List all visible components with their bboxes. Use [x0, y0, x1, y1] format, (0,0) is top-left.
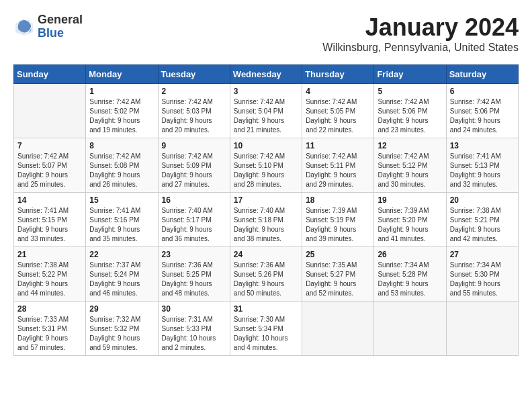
calendar-cell: 28Sunrise: 7:33 AM Sunset: 5:31 PM Dayli… — [14, 302, 86, 356]
calendar-cell: 30Sunrise: 7:31 AM Sunset: 5:33 PM Dayli… — [158, 302, 230, 356]
day-info: Sunrise: 7:39 AM Sunset: 5:20 PM Dayligh… — [378, 206, 442, 244]
day-number: 18 — [306, 195, 370, 205]
day-info: Sunrise: 7:42 AM Sunset: 5:11 PM Dayligh… — [306, 152, 370, 189]
calendar-cell: 3Sunrise: 7:42 AM Sunset: 5:04 PM Daylig… — [230, 84, 302, 138]
logo-blue: Blue — [38, 27, 83, 40]
day-number: 11 — [306, 141, 370, 150]
calendar-cell: 10Sunrise: 7:42 AM Sunset: 5:10 PM Dayli… — [230, 138, 302, 193]
week-row-0: 1Sunrise: 7:42 AM Sunset: 5:02 PM Daylig… — [14, 84, 519, 138]
day-number: 31 — [234, 304, 298, 314]
day-info: Sunrise: 7:34 AM Sunset: 5:30 PM Dayligh… — [450, 261, 515, 298]
calendar-cell: 19Sunrise: 7:39 AM Sunset: 5:20 PM Dayli… — [374, 193, 446, 247]
logo-general: General — [38, 13, 83, 27]
weekday-header-tuesday: Tuesday — [158, 65, 230, 84]
day-info: Sunrise: 7:36 AM Sunset: 5:25 PM Dayligh… — [162, 261, 226, 298]
logo: General Blue — [13, 13, 83, 40]
weekday-header-monday: Monday — [86, 65, 158, 84]
day-info: Sunrise: 7:42 AM Sunset: 5:09 PM Dayligh… — [162, 152, 226, 189]
calendar-cell: 16Sunrise: 7:40 AM Sunset: 5:17 PM Dayli… — [158, 193, 230, 247]
logo-icon — [13, 16, 35, 38]
calendar-cell: 18Sunrise: 7:39 AM Sunset: 5:19 PM Dayli… — [302, 193, 374, 247]
calendar-cell: 31Sunrise: 7:30 AM Sunset: 5:34 PM Dayli… — [230, 302, 302, 356]
day-info: Sunrise: 7:40 AM Sunset: 5:18 PM Dayligh… — [234, 206, 298, 244]
day-number: 19 — [378, 195, 442, 205]
weekday-header-friday: Friday — [374, 65, 446, 84]
calendar-cell: 1Sunrise: 7:42 AM Sunset: 5:02 PM Daylig… — [86, 84, 158, 138]
day-number: 3 — [234, 87, 298, 96]
day-number: 29 — [89, 304, 154, 314]
day-info: Sunrise: 7:34 AM Sunset: 5:28 PM Dayligh… — [378, 261, 442, 298]
day-number: 2 — [162, 87, 226, 96]
calendar-cell — [374, 302, 446, 356]
day-number: 1 — [89, 87, 154, 96]
calendar-cell: 5Sunrise: 7:42 AM Sunset: 5:06 PM Daylig… — [374, 84, 446, 138]
day-info: Sunrise: 7:32 AM Sunset: 5:32 PM Dayligh… — [89, 315, 154, 353]
day-number: 24 — [234, 250, 298, 259]
day-info: Sunrise: 7:42 AM Sunset: 5:08 PM Dayligh… — [89, 152, 154, 189]
day-info: Sunrise: 7:38 AM Sunset: 5:21 PM Dayligh… — [450, 206, 515, 244]
day-number: 27 — [450, 250, 515, 259]
calendar-header: SundayMondayTuesdayWednesdayThursdayFrid… — [14, 65, 519, 84]
day-number: 21 — [17, 250, 82, 259]
day-info: Sunrise: 7:42 AM Sunset: 5:06 PM Dayligh… — [378, 97, 442, 135]
calendar-cell: 8Sunrise: 7:42 AM Sunset: 5:08 PM Daylig… — [86, 138, 158, 193]
day-number: 8 — [89, 141, 154, 150]
day-info: Sunrise: 7:41 AM Sunset: 5:15 PM Dayligh… — [17, 206, 82, 244]
calendar-cell — [302, 302, 374, 356]
weekday-header-sunday: Sunday — [14, 65, 86, 84]
calendar-cell: 2Sunrise: 7:42 AM Sunset: 5:03 PM Daylig… — [158, 84, 230, 138]
week-row-1: 7Sunrise: 7:42 AM Sunset: 5:07 PM Daylig… — [14, 138, 519, 193]
weekday-header-thursday: Thursday — [302, 65, 374, 84]
day-number: 14 — [17, 195, 82, 205]
calendar-cell: 14Sunrise: 7:41 AM Sunset: 5:15 PM Dayli… — [14, 193, 86, 247]
calendar: SundayMondayTuesdayWednesdayThursdayFrid… — [13, 64, 519, 356]
day-info: Sunrise: 7:42 AM Sunset: 5:03 PM Dayligh… — [162, 97, 226, 135]
calendar-cell: 11Sunrise: 7:42 AM Sunset: 5:11 PM Dayli… — [302, 138, 374, 193]
day-number: 25 — [306, 250, 370, 259]
day-number: 28 — [17, 304, 82, 314]
day-number: 9 — [162, 141, 226, 150]
day-info: Sunrise: 7:38 AM Sunset: 5:22 PM Dayligh… — [17, 261, 82, 298]
day-number: 20 — [450, 195, 515, 205]
day-number: 15 — [89, 195, 154, 205]
day-info: Sunrise: 7:42 AM Sunset: 5:02 PM Dayligh… — [89, 97, 154, 135]
day-info: Sunrise: 7:41 AM Sunset: 5:16 PM Dayligh… — [89, 206, 154, 244]
calendar-cell: 6Sunrise: 7:42 AM Sunset: 5:06 PM Daylig… — [446, 84, 518, 138]
day-number: 4 — [306, 87, 370, 96]
calendar-cell: 29Sunrise: 7:32 AM Sunset: 5:32 PM Dayli… — [86, 302, 158, 356]
day-info: Sunrise: 7:40 AM Sunset: 5:17 PM Dayligh… — [162, 206, 226, 244]
calendar-cell: 9Sunrise: 7:42 AM Sunset: 5:09 PM Daylig… — [158, 138, 230, 193]
day-info: Sunrise: 7:42 AM Sunset: 5:12 PM Dayligh… — [378, 152, 442, 189]
calendar-cell: 23Sunrise: 7:36 AM Sunset: 5:25 PM Dayli… — [158, 247, 230, 302]
calendar-cell: 13Sunrise: 7:41 AM Sunset: 5:13 PM Dayli… — [446, 138, 518, 193]
week-row-3: 21Sunrise: 7:38 AM Sunset: 5:22 PM Dayli… — [14, 247, 519, 302]
calendar-cell — [14, 84, 86, 138]
week-row-4: 28Sunrise: 7:33 AM Sunset: 5:31 PM Dayli… — [14, 302, 519, 356]
day-info: Sunrise: 7:31 AM Sunset: 5:33 PM Dayligh… — [162, 315, 226, 353]
day-number: 26 — [378, 250, 442, 259]
day-info: Sunrise: 7:42 AM Sunset: 5:06 PM Dayligh… — [450, 97, 515, 135]
day-number: 6 — [450, 87, 515, 96]
calendar-cell: 17Sunrise: 7:40 AM Sunset: 5:18 PM Dayli… — [230, 193, 302, 247]
day-info: Sunrise: 7:42 AM Sunset: 5:07 PM Dayligh… — [17, 152, 82, 189]
calendar-cell: 4Sunrise: 7:42 AM Sunset: 5:05 PM Daylig… — [302, 84, 374, 138]
day-number: 30 — [162, 304, 226, 314]
day-info: Sunrise: 7:33 AM Sunset: 5:31 PM Dayligh… — [17, 315, 82, 353]
calendar-body: 1Sunrise: 7:42 AM Sunset: 5:02 PM Daylig… — [14, 84, 519, 356]
day-number: 7 — [17, 141, 82, 150]
day-info: Sunrise: 7:42 AM Sunset: 5:10 PM Dayligh… — [234, 152, 298, 189]
calendar-cell: 24Sunrise: 7:36 AM Sunset: 5:26 PM Dayli… — [230, 247, 302, 302]
week-row-2: 14Sunrise: 7:41 AM Sunset: 5:15 PM Dayli… — [14, 193, 519, 247]
day-number: 16 — [162, 195, 226, 205]
calendar-cell: 26Sunrise: 7:34 AM Sunset: 5:28 PM Dayli… — [374, 247, 446, 302]
day-number: 13 — [450, 141, 515, 150]
weekday-header-saturday: Saturday — [446, 65, 518, 84]
day-info: Sunrise: 7:41 AM Sunset: 5:13 PM Dayligh… — [450, 152, 515, 189]
day-info: Sunrise: 7:39 AM Sunset: 5:19 PM Dayligh… — [306, 206, 370, 244]
weekday-header-wednesday: Wednesday — [230, 65, 302, 84]
logo-text: General Blue — [38, 13, 83, 40]
calendar-cell: 12Sunrise: 7:42 AM Sunset: 5:12 PM Dayli… — [374, 138, 446, 193]
calendar-cell: 22Sunrise: 7:37 AM Sunset: 5:24 PM Dayli… — [86, 247, 158, 302]
day-info: Sunrise: 7:30 AM Sunset: 5:34 PM Dayligh… — [234, 315, 298, 353]
page-header: General Blue January 2024 Wilkinsburg, P… — [13, 13, 519, 54]
